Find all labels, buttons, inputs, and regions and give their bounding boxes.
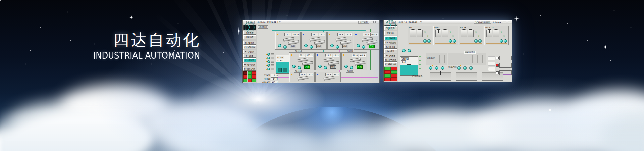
readout-row: PH40114.0 bbox=[262, 77, 278, 80]
blank-button[interactable] bbox=[488, 67, 495, 71]
ft-value: 46.4 bbox=[359, 54, 366, 57]
valve-icon bbox=[317, 54, 318, 56]
ro-group-label: RO008 bbox=[346, 70, 354, 73]
menu-label: 阀组名称 bbox=[388, 63, 396, 66]
minimize-icon[interactable] bbox=[503, 21, 506, 23]
mixer-tank bbox=[435, 30, 441, 37]
analyzer-readouts: CT4020.0 PH40114.0 ORP401473.1 bbox=[262, 74, 278, 83]
membrane-vessel bbox=[302, 61, 313, 65]
analog-clock bbox=[384, 25, 397, 26]
sidebar-item-f3[interactable]: F3多介质 bbox=[384, 45, 397, 49]
sidebar-item-f1[interactable]: F1预处理 bbox=[384, 36, 397, 40]
pipe-stub bbox=[271, 61, 274, 63]
filter-unit bbox=[499, 56, 512, 60]
dosing-pump-row bbox=[266, 68, 274, 70]
status-tile bbox=[243, 71, 247, 75]
unit-readout: 38.20.1 bbox=[311, 33, 325, 36]
status-tile bbox=[248, 71, 252, 75]
sidebar-item-f5[interactable]: F5反渗透 bbox=[243, 58, 256, 62]
blank-button[interactable] bbox=[488, 56, 495, 60]
sidebar-item-f2[interactable]: F2V型滤池 bbox=[243, 45, 256, 49]
sidebar-item-f2[interactable]: F2V型滤池 bbox=[384, 41, 397, 44]
menu-label: V型滤池 bbox=[248, 46, 255, 49]
pipe bbox=[265, 29, 379, 29]
pump-icon bbox=[457, 66, 461, 70]
pipe bbox=[405, 47, 502, 47]
unit-readout: 1.20.1 bbox=[325, 54, 339, 57]
sidebar-item-f6[interactable]: F6化学清洗 bbox=[384, 58, 397, 62]
menu-label: 反渗透 bbox=[389, 54, 395, 57]
unit-readout: 28.60.1 bbox=[337, 33, 352, 36]
membrane-vessel bbox=[324, 58, 335, 62]
ct-value: 29.2 bbox=[363, 33, 370, 36]
menu-key: F7 bbox=[385, 63, 387, 66]
ct-value: 1.2 bbox=[284, 33, 291, 36]
ct-value: 28.6 bbox=[337, 33, 344, 36]
valve-icon bbox=[478, 35, 480, 38]
valve-icon bbox=[424, 31, 426, 34]
menu-label: 多介质 bbox=[248, 50, 254, 53]
alarm-mute-button[interactable]: 报警消音 bbox=[384, 31, 397, 35]
status-tile bbox=[252, 79, 256, 82]
close-icon[interactable] bbox=[375, 21, 378, 23]
readout-tag: CT402 bbox=[262, 74, 270, 77]
sparkle-star-icon bbox=[129, 15, 133, 19]
ro-unit: 1.20.1 待机 bbox=[315, 52, 341, 70]
sidebar-item-f7[interactable]: F7阀组名称 bbox=[243, 67, 256, 71]
pump-icon bbox=[350, 66, 353, 69]
status-tile bbox=[391, 74, 397, 78]
sidebar-item-f4[interactable]: F4超滤 bbox=[243, 54, 256, 58]
status-tile bbox=[248, 75, 252, 79]
ro-group-label: RO004 bbox=[346, 50, 354, 53]
ro-unit: 57.680.1 bbox=[315, 72, 341, 82]
readout-row: CT4020.0 bbox=[262, 74, 278, 77]
menu-label: 超滤 bbox=[390, 50, 394, 53]
status-tile bbox=[391, 67, 397, 70]
readout-value: 0.0 bbox=[271, 74, 278, 77]
menu-key: F3 bbox=[386, 45, 388, 48]
titlebar-time: 09:05:01 上午 bbox=[408, 21, 422, 24]
sludge-pool-label: 污泥浓缩池 bbox=[412, 74, 422, 78]
hmi-process-canvas: PAC PAM bbox=[398, 24, 512, 82]
close-icon[interactable] bbox=[508, 21, 511, 23]
sidebar-item-f5[interactable]: F5反渗透 bbox=[384, 54, 397, 57]
ft-value: 105.6 bbox=[370, 33, 378, 36]
titlebar-view-label: 运行画面 bbox=[358, 21, 369, 24]
ro-unit: 1.2160.9 待机 bbox=[275, 32, 301, 50]
menu-key: F2 bbox=[385, 41, 388, 44]
sidebar-item-f3[interactable]: F3多介质 bbox=[243, 50, 256, 53]
valve-icon bbox=[266, 61, 267, 62]
pump-icon bbox=[278, 44, 281, 47]
basin-label: 絮凝反应 bbox=[448, 65, 457, 68]
status-tile bbox=[243, 79, 247, 82]
sludge-pool bbox=[430, 72, 451, 81]
status-tile bbox=[252, 75, 256, 79]
ro-unit: 38.20.1 待机 bbox=[301, 32, 327, 50]
titlebar: 210 12/02/16 09:05:01 上午 运行画面 bbox=[243, 20, 379, 24]
standby-badge: 待机 bbox=[330, 65, 336, 69]
pump-icon bbox=[423, 39, 427, 43]
alarm-mute-button[interactable]: 报警消音 bbox=[243, 35, 256, 39]
standby-badge: 待机 bbox=[342, 45, 348, 48]
titlebar-view-label: SCADA监控画面 bbox=[474, 21, 492, 24]
filter-valve-icon bbox=[496, 71, 499, 74]
pipe bbox=[257, 28, 379, 28]
pipe bbox=[486, 43, 507, 44]
menu-label: 化学清洗 bbox=[247, 63, 255, 66]
product-badge: 产水 bbox=[369, 45, 375, 48]
valve-icon bbox=[266, 58, 267, 59]
pump-icon bbox=[267, 64, 270, 67]
sidebar-item-f6[interactable]: F6化学清洗 bbox=[243, 63, 256, 66]
sidebar-item-f4[interactable]: F4超滤 bbox=[384, 49, 397, 53]
blank-button[interactable] bbox=[488, 62, 495, 66]
readout-tag: ORP401 bbox=[262, 81, 270, 83]
status-tile bbox=[252, 71, 256, 75]
filter-valve-alarm-icon bbox=[496, 64, 499, 67]
sidebar-item-f1[interactable]: F1预处理 bbox=[243, 41, 256, 45]
pump-icon bbox=[500, 39, 503, 43]
minimize-icon[interactable] bbox=[371, 21, 374, 23]
sidebar-item-f7[interactable]: F7阀组名称 bbox=[384, 62, 397, 66]
membrane-vessel bbox=[355, 61, 366, 65]
menu-key: F2 bbox=[244, 46, 247, 49]
titlebar-date: 12/02/16 bbox=[256, 21, 265, 23]
